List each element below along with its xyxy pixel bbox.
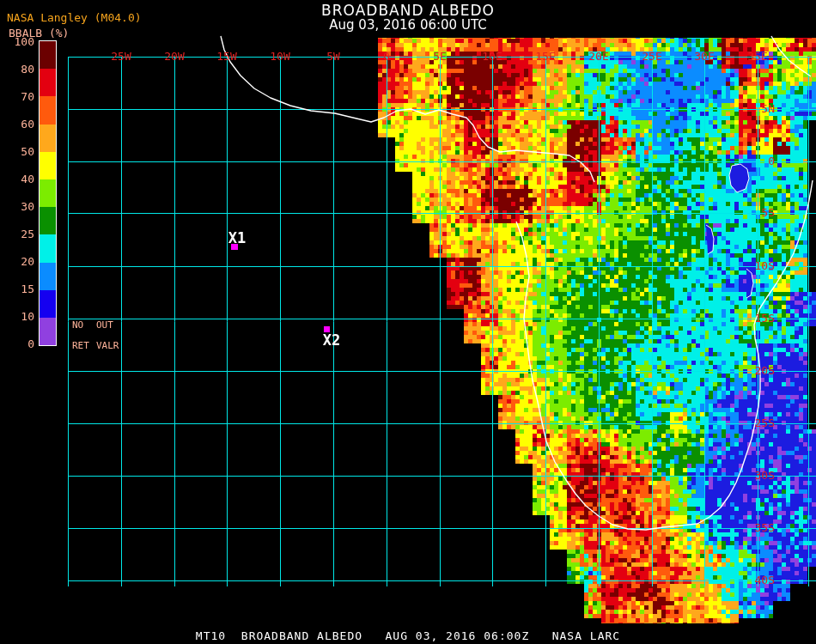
colorbar-segment-2 (40, 96, 56, 124)
lon-label-5W: 5W (314, 50, 352, 63)
lon-label-0: 0 (368, 50, 405, 63)
colorbar-segment-9 (40, 290, 56, 318)
lat-label-40S: 40S (737, 574, 775, 586)
lat-label-5N: 5N (737, 102, 775, 115)
colorbar-tick-label: 100 (0, 35, 34, 48)
product-timestamp: Aug 03, 2016 06:00 UTC (0, 17, 816, 33)
albedo-map-canvas (0, 0, 816, 644)
colorbar-tick-label: 10 (0, 310, 34, 323)
lon-label-5E: 5E (421, 50, 459, 63)
colorbar-tick-label: 50 (0, 145, 34, 158)
colorbar-tick-label: 60 (0, 118, 34, 131)
colorbar-segment-10 (40, 318, 56, 345)
colorbar-tick-label: 25 (0, 228, 34, 240)
lon-label-10E: 10E (473, 50, 511, 63)
lon-label-30E: 30E (685, 50, 723, 63)
legend-word-ret: RET (72, 340, 89, 351)
lon-label-25E: 25E (633, 50, 671, 63)
footer-caption: MT10 BROADBAND ALBEDO AUG 03, 2016 06:00… (0, 629, 816, 642)
lon-label-20E: 20E (580, 50, 618, 63)
colorbar-segment-3 (40, 125, 56, 152)
lon-label-25W: 25W (102, 50, 140, 63)
colorbar-segment-5 (40, 179, 56, 207)
lat-label-25S: 25S (737, 416, 775, 429)
lon-label-35E: 35E (739, 50, 776, 63)
colorbar-tick-label: 15 (0, 283, 34, 295)
colorbar-tick-label: 0 (0, 337, 34, 350)
albedo-colorbar (39, 40, 57, 346)
lat-label-5S: 5S (737, 206, 775, 219)
legend-word-valr: VALR (96, 340, 119, 351)
lon-label-15W: 15W (208, 50, 246, 63)
lon-label-20W: 20W (155, 50, 193, 63)
product-title: BROADBAND ALBEDO (0, 2, 816, 19)
lon-label-15E: 15E (527, 50, 564, 63)
lat-label-0: 0 (737, 155, 775, 167)
marker-label-x2: X2 (323, 331, 340, 349)
colorbar-tick-label: 30 (0, 200, 34, 213)
legend-word-no: NO (72, 319, 83, 331)
lat-label-30S: 30S (737, 469, 775, 482)
lat-label-35S: 35S (737, 521, 775, 534)
satellite-albedo-product: NASA Langley (M04.0) BBALB (%) BROADBAND… (0, 0, 816, 644)
colorbar-segment-6 (40, 207, 56, 234)
marker-label-x1: X1 (228, 229, 246, 246)
colorbar-tick-label: 70 (0, 90, 34, 103)
colorbar-tick-label: 20 (0, 255, 34, 268)
lat-label-20S: 20S (737, 364, 775, 377)
colorbar-segment-4 (40, 152, 56, 179)
colorbar-tick-label: 40 (0, 173, 34, 185)
colorbar-segment-7 (40, 234, 56, 262)
colorbar-segment-8 (40, 263, 56, 290)
legend-word-out: OUT (96, 319, 113, 331)
lat-label-10S: 10S (737, 259, 775, 272)
colorbar-segment-0 (40, 41, 56, 69)
lon-label-10W: 10W (261, 50, 299, 63)
colorbar-segment-1 (40, 69, 56, 96)
colorbar-tick-label: 80 (0, 63, 34, 76)
lat-label-15S: 15S (737, 312, 775, 325)
